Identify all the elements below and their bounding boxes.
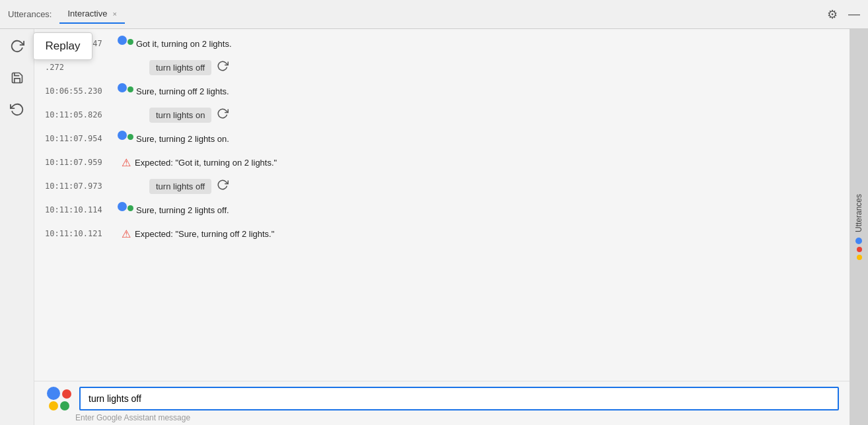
tab-close-button[interactable]: × bbox=[112, 10, 116, 18]
timestamp: 10:11:07.973 bbox=[45, 181, 118, 191]
replay-icon[interactable] bbox=[217, 108, 229, 122]
input-hint: Enter Google Assistant message bbox=[75, 413, 839, 422]
save-button[interactable] bbox=[5, 66, 29, 90]
assistant-large-avatar bbox=[45, 387, 73, 410]
table-row: 10:11:10.121 ⚠ Expected: "Sure, turning … bbox=[34, 222, 850, 245]
assistant-message-input[interactable] bbox=[79, 387, 839, 410]
error-icon: ⚠ bbox=[122, 156, 131, 169]
input-row bbox=[45, 387, 839, 410]
user-input-box: turn lights on bbox=[149, 108, 211, 123]
table-row: .272 turn lights off bbox=[34, 55, 850, 79]
settings-icon[interactable]: ⚙ bbox=[827, 7, 838, 22]
title-bar: Utterances: Interactive × ⚙ — bbox=[0, 0, 868, 29]
utterances-label: Utterances: bbox=[8, 9, 52, 19]
input-area: Enter Google Assistant message bbox=[34, 381, 850, 425]
timestamp: 10:11:10.114 bbox=[45, 205, 118, 214]
table-row: 10:11:10.114 Sure, turning 2 lights off. bbox=[34, 198, 850, 222]
user-input-row: turn lights on bbox=[149, 108, 229, 123]
message-text: Expected: "Got it, turning on 2 lights." bbox=[135, 158, 277, 168]
table-row: 10:11:07.954 Sure, turning 2 lights on. bbox=[34, 127, 850, 150]
assistant-avatar bbox=[118, 83, 136, 99]
assistant-avatar bbox=[118, 36, 136, 51]
assistant-avatar bbox=[118, 202, 136, 218]
undo-button[interactable] bbox=[5, 98, 29, 121]
user-input-row: turn lights off bbox=[149, 179, 229, 194]
message-text: Expected: "Sure, turning off 2 lights." bbox=[135, 229, 274, 239]
right-sidebar[interactable]: Utterances bbox=[850, 29, 868, 425]
timestamp: 10:11:05.826 bbox=[45, 110, 118, 119]
assistant-avatar bbox=[118, 131, 136, 147]
interactive-tab[interactable]: Interactive × bbox=[59, 5, 124, 24]
message-text: Got it, turning on 2 lights. bbox=[136, 39, 232, 49]
right-sidebar-label: Utterances bbox=[854, 194, 863, 260]
replay-icon[interactable] bbox=[217, 60, 229, 75]
title-bar-icons: ⚙ — bbox=[827, 7, 860, 22]
minimize-icon[interactable]: — bbox=[848, 7, 860, 21]
table-row: 10:04:36.247 Got it, turning on 2 lights… bbox=[34, 32, 850, 55]
message-text: Sure, turning 2 lights off. bbox=[136, 205, 229, 215]
timestamp: 10:11:07.954 bbox=[45, 134, 118, 143]
user-input-box: turn lights off bbox=[149, 60, 211, 75]
timestamp: .272 bbox=[45, 63, 118, 72]
message-text: Sure, turning off 2 lights. bbox=[136, 86, 229, 96]
content-area: 10:04:36.247 Got it, turning on 2 lights… bbox=[34, 29, 850, 425]
user-input-box: turn lights off bbox=[149, 179, 211, 194]
timestamp: 10:11:07.959 bbox=[45, 158, 118, 167]
replay-icon[interactable] bbox=[217, 179, 229, 193]
timestamp: 10:11:10.121 bbox=[45, 229, 118, 238]
right-sidebar-dots bbox=[855, 238, 862, 260]
tab-label: Interactive bbox=[67, 9, 107, 18]
table-row: 10:06:55.230 Sure, turning off 2 lights. bbox=[34, 79, 850, 103]
timestamp: 10:06:55.230 bbox=[45, 86, 118, 96]
table-row: 10:11:05.826 turn lights on bbox=[34, 103, 850, 127]
table-row: 10:11:07.959 ⚠ Expected: "Got it, turnin… bbox=[34, 150, 850, 174]
message-text: Sure, turning 2 lights on. bbox=[136, 134, 229, 144]
messages-list: 10:04:36.247 Got it, turning on 2 lights… bbox=[34, 29, 850, 381]
table-row: 10:11:07.973 turn lights off bbox=[34, 174, 850, 198]
main-layout: Replay 10:04:36.247 bbox=[0, 29, 868, 425]
user-input-row: turn lights off bbox=[149, 60, 229, 75]
replay-tooltip: Replay bbox=[33, 32, 93, 60]
error-icon: ⚠ bbox=[122, 228, 131, 240]
left-sidebar: Replay bbox=[0, 29, 34, 425]
replay-button[interactable]: Replay bbox=[5, 34, 29, 58]
